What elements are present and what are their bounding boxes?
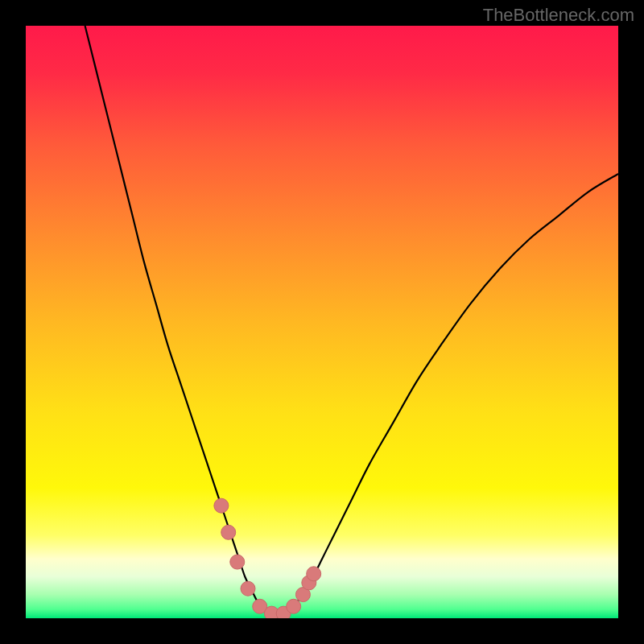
plot-area [26, 26, 618, 618]
marker-point [241, 581, 255, 596]
marker-point [287, 599, 301, 613]
marker-point [230, 555, 245, 569]
marker-point [221, 525, 236, 539]
highlight-markers [214, 498, 321, 618]
marker-point [214, 498, 229, 513]
curve-layer [26, 26, 618, 618]
bottleneck-curve [85, 26, 618, 616]
watermark-text: TheBottleneck.com [483, 5, 634, 26]
marker-point [307, 567, 321, 581]
